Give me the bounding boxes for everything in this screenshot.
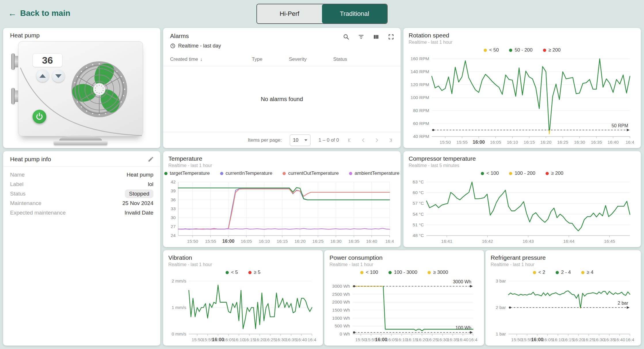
legend-item[interactable]: < 50 (484, 47, 499, 53)
last-page-icon[interactable] (387, 137, 393, 143)
compressor-temperature-chart[interactable]: 16:4116:4216:4316:4416:4563 °C60 °C57 °C… (409, 179, 636, 245)
svg-text:40 RPM: 40 RPM (413, 134, 429, 139)
svg-text:16:20: 16:20 (254, 337, 265, 342)
svg-text:16:15: 16:15 (277, 239, 288, 244)
rotation-speed-title: Rotation speed (409, 32, 636, 39)
svg-text:16:30: 16:30 (574, 140, 585, 145)
toggle-hi-perf-button[interactable]: Hi-Perf (257, 4, 322, 23)
power-consumption-card: Power consumption Realtime - last 1 hour… (324, 250, 484, 346)
rotation-speed-card: Rotation speed Realtime - last 1 hour < … (403, 28, 641, 148)
dashboard: ← Back to main Hi-Perf Traditional Heat … (0, 0, 644, 349)
svg-text:15:50: 15:50 (511, 337, 522, 342)
legend-item[interactable]: targetTemperature (164, 170, 210, 176)
svg-text:2500 Wh: 2500 Wh (332, 292, 350, 297)
temperature-card: Temperature Realtime - last 1 hour targe… (163, 151, 401, 247)
svg-text:80 RPM: 80 RPM (413, 108, 429, 113)
previous-page-icon[interactable] (360, 137, 367, 143)
svg-text:15:50: 15:50 (355, 337, 366, 342)
items-per-page-label: Items per page: (248, 137, 282, 143)
svg-text:16:25: 16:25 (427, 337, 438, 342)
alarms-table-header: Created time↓ Type Severity Status (163, 52, 401, 66)
y-axis-labels: 42393633302724 (171, 179, 176, 238)
threshold-lines: 3000 Wh100 Wh (353, 279, 473, 334)
svg-text:2 mm/s: 2 mm/s (172, 278, 186, 283)
legend-item[interactable]: ≥ 3000 (428, 270, 448, 275)
legend-item[interactable]: < 100 (360, 270, 378, 275)
alarms-card: Alarms Realtime - last day Created time↓… (163, 28, 401, 148)
svg-text:16:40: 16:40 (296, 337, 307, 342)
svg-text:16:20: 16:20 (416, 337, 428, 342)
page-range-label: 1 – 0 of 0 (319, 137, 339, 143)
legend-item[interactable]: ≥ 4 (581, 270, 594, 275)
column-type[interactable]: Type (252, 56, 289, 62)
power-consumption-chart[interactable]: 3000 Wh100 Wh15:5015:5516:0016:0516:1016… (329, 278, 479, 344)
legend-item[interactable]: ≥ 5 (248, 270, 261, 275)
legend-item[interactable]: 2 - 4 (556, 270, 571, 275)
power-button[interactable] (33, 110, 46, 124)
svg-text:16:35: 16:35 (285, 337, 297, 342)
first-page-icon[interactable] (347, 137, 353, 143)
refrigerant-pressure-chart[interactable]: 2 bar15:5015:5516:0016:0516:1016:1516:20… (491, 278, 636, 344)
svg-text:16:30: 16:30 (275, 337, 286, 342)
vibration-chart[interactable]: 15:5015:5516:0016:0516:1016:1516:2016:25… (168, 278, 318, 344)
svg-text:16:4: 16:4 (308, 337, 317, 342)
items-per-page-select[interactable]: 10 (290, 134, 310, 146)
legend-item[interactable]: < 5 (226, 270, 238, 275)
svg-text:16:35: 16:35 (591, 140, 602, 145)
grid-lines (353, 286, 473, 326)
legend-item[interactable]: < 2 (533, 270, 545, 275)
svg-text:15:50: 15:50 (192, 337, 203, 342)
legend-item[interactable]: currentInTemperature (220, 170, 273, 176)
temperature-chart[interactable]: 15:5015:5516:0016:0516:1016:1516:2016:25… (168, 179, 395, 245)
columns-icon[interactable] (373, 34, 379, 40)
edit-pencil-icon[interactable] (148, 156, 154, 162)
svg-text:16:4: 16:4 (626, 140, 635, 145)
toggle-traditional-button[interactable]: Traditional (322, 4, 387, 23)
x-axis: 15:5015:5516:0016:0516:1016:1516:2016:25… (178, 236, 394, 244)
column-severity[interactable]: Severity (289, 56, 333, 62)
compressor-temperature-legend: < 100100 - 200≥ 200 (409, 168, 636, 179)
power-consumption-legend: < 100100 - 3000≥ 3000 (329, 267, 479, 278)
y-axis-labels: 2 mm/s1 mm/s0 mm/s (172, 278, 186, 336)
temperature-title: Temperature (168, 155, 395, 162)
svg-text:16:25: 16:25 (265, 337, 276, 342)
arrow-up-icon (39, 74, 46, 78)
legend-item[interactable]: ambientTemperature (349, 170, 399, 176)
svg-text:100 Wh: 100 Wh (456, 325, 471, 330)
legend-item[interactable]: ≥ 200 (543, 47, 561, 53)
svg-text:16:40: 16:40 (457, 337, 468, 342)
rotation-speed-chart[interactable]: 50 RPM15:5015:5516:0016:0516:1016:1516:2… (409, 55, 636, 146)
legend-item[interactable]: 100 - 200 (509, 170, 535, 176)
search-icon[interactable] (343, 34, 349, 40)
svg-text:2000 Wh: 2000 Wh (332, 299, 350, 304)
svg-text:42: 42 (171, 179, 176, 184)
setpoint-up-button[interactable] (36, 69, 49, 82)
setpoint-down-button[interactable] (52, 70, 65, 82)
svg-text:16:4: 16:4 (469, 337, 478, 342)
svg-text:16:05: 16:05 (386, 337, 397, 342)
info-row-name: Name Heat pump (10, 170, 153, 179)
filter-icon[interactable] (358, 34, 364, 40)
column-status[interactable]: Status (333, 56, 347, 62)
series-lines (178, 188, 390, 229)
back-to-main-link[interactable]: ← Back to main (8, 9, 70, 18)
column-created-time[interactable]: Created time↓ (170, 56, 252, 62)
fullscreen-icon[interactable] (388, 34, 394, 40)
legend-item[interactable]: 100 - 3000 (388, 270, 417, 275)
y-axis-labels: 63 °C60 °C57 °C54 °C51 °C48 °C (413, 179, 424, 238)
svg-text:1000 Wh: 1000 Wh (332, 316, 350, 320)
heat-pump-info-title: Heat pump info (10, 156, 51, 163)
series-lines (508, 291, 630, 308)
next-page-icon[interactable] (374, 137, 380, 143)
legend-item[interactable]: < 100 (481, 170, 499, 176)
refrigerant-pressure-legend: < 22 - 4≥ 4 (491, 267, 636, 278)
svg-text:16:00: 16:00 (531, 337, 543, 342)
chart-canvas: 16:4116:4216:4316:4416:4563 °C60 °C57 °C… (409, 179, 636, 245)
svg-text:16:30: 16:30 (437, 337, 448, 342)
legend-item[interactable]: currentOutTemperature (283, 170, 339, 176)
svg-text:60 °C: 60 °C (413, 190, 424, 195)
y-axis-labels: 160 RPM140 RPM120 RPM100 RPM80 RPM60 RPM… (411, 56, 429, 139)
legend-item[interactable]: ≥ 200 (546, 170, 563, 176)
legend-item[interactable]: 50 - 200 (509, 47, 532, 53)
svg-text:0 Wh: 0 Wh (340, 331, 350, 336)
